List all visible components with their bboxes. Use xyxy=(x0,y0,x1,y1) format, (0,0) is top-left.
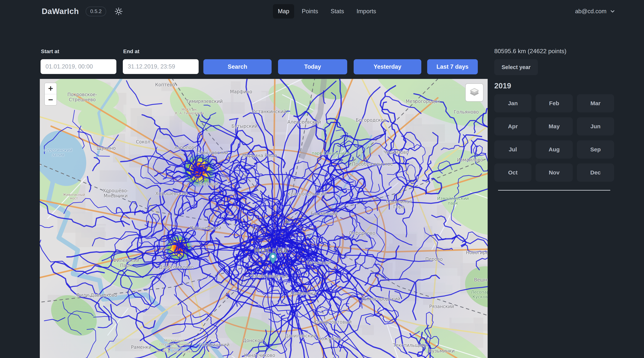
month-grid: JanFebMarAprMayJunJulAugSepOctNovDec xyxy=(494,94,619,182)
end-at-label: End at xyxy=(123,48,140,54)
year-heading: 2019 xyxy=(494,82,619,90)
layers-icon xyxy=(469,87,480,98)
month-button-mar[interactable]: Mar xyxy=(577,94,614,112)
zoom-control: + − xyxy=(44,83,57,106)
month-button-oct[interactable]: Oct xyxy=(494,164,532,182)
tab-imports[interactable]: Imports xyxy=(352,4,381,18)
tab-map[interactable]: Map xyxy=(273,4,294,18)
map-container[interactable]: КоптевоМарфиноПокровское- СтрешневоТимир… xyxy=(40,79,488,358)
month-button-sep[interactable]: Sep xyxy=(577,140,614,159)
month-button-apr[interactable]: Apr xyxy=(494,117,532,136)
month-button-aug[interactable]: Aug xyxy=(536,140,573,159)
tab-stats[interactable]: Stats xyxy=(326,4,349,18)
month-button-jan[interactable]: Jan xyxy=(494,94,532,112)
search-button[interactable]: Search xyxy=(203,59,272,74)
map-tiles-and-tracks[interactable] xyxy=(40,79,488,358)
chevron-down-icon xyxy=(610,8,616,14)
brand-group: DaWarIch 0.5.2 xyxy=(42,0,124,23)
zoom-out-button[interactable]: − xyxy=(45,94,56,105)
sun-icon xyxy=(114,7,123,16)
tab-points[interactable]: Points xyxy=(297,4,323,18)
end-at-input[interactable] xyxy=(123,59,198,74)
layers-control[interactable] xyxy=(465,83,484,102)
month-button-nov[interactable]: Nov xyxy=(536,164,573,182)
last-7-days-button[interactable]: Last 7 days xyxy=(427,59,478,74)
zoom-in-button[interactable]: + xyxy=(45,83,56,94)
theme-toggle[interactable] xyxy=(113,6,124,17)
month-button-feb[interactable]: Feb xyxy=(536,94,573,112)
yesterday-button[interactable]: Yesterday xyxy=(354,59,421,74)
start-at-label: Start at xyxy=(41,48,59,54)
app-logo[interactable]: DaWarIch xyxy=(42,7,79,16)
month-button-may[interactable]: May xyxy=(536,117,573,136)
user-email: ab@cd.com xyxy=(575,8,606,15)
user-menu[interactable]: ab@cd.com xyxy=(575,0,616,23)
distance-summary: 80595.6 km (24622 points) xyxy=(494,48,619,55)
version-badge: 0.5.2 xyxy=(86,7,106,16)
month-button-dec[interactable]: Dec xyxy=(577,164,614,182)
navbar: DaWarIch 0.5.2 Map Points Stats Imports … xyxy=(0,0,644,23)
today-button[interactable]: Today xyxy=(278,59,347,74)
month-button-jun[interactable]: Jun xyxy=(577,117,614,136)
month-button-jul[interactable]: Jul xyxy=(494,140,532,159)
start-at-input[interactable] xyxy=(40,59,116,74)
select-year-button[interactable]: Select year xyxy=(494,59,538,75)
sidebar-divider xyxy=(498,190,610,190)
stats-sidebar: 80595.6 km (24622 points) Select year 20… xyxy=(494,48,619,190)
main-tabs: Map Points Stats Imports xyxy=(273,0,381,23)
